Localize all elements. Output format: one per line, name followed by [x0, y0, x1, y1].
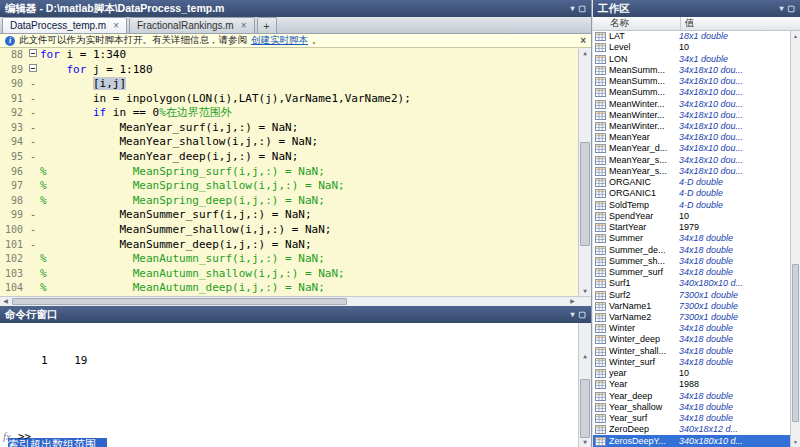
chevron-down-icon[interactable]: ▾: [570, 310, 574, 320]
workspace-variable-row[interactable]: MeanYear_s...34x18x10 dou...: [593, 155, 790, 166]
code-editor[interactable]: 88for i = 1:34089 for j = 1:18090- [i,j]…: [0, 48, 591, 296]
workspace-titlebar[interactable]: 工作区 ▾ ▢: [593, 0, 800, 17]
breakpoint-alley[interactable]: -: [26, 92, 40, 107]
workspace-variable-row[interactable]: Summer_de...34x18 double: [593, 244, 790, 255]
breakpoint-alley[interactable]: -: [26, 121, 40, 136]
column-header-value[interactable]: 值: [681, 17, 800, 30]
chevron-down-icon[interactable]: ▾: [570, 4, 574, 14]
chevron-down-icon[interactable]: ▾: [779, 4, 783, 14]
workspace-variable-row[interactable]: Summer_surf34x18 double: [593, 267, 790, 278]
workspace-variable-row[interactable]: MeanYear_d...34x18x10 dou...: [593, 143, 790, 154]
scroll-down-icon[interactable]: ▼: [791, 437, 800, 447]
breakpoint-alley[interactable]: -: [26, 223, 40, 238]
workspace-variable-row[interactable]: Winter34x18 double: [593, 323, 790, 334]
workspace-variable-row[interactable]: StartYear1979: [593, 222, 790, 233]
breakpoint-alley[interactable]: -: [26, 135, 40, 150]
code-line-93[interactable]: 93- MeanYear_surf(i,j,:) = NaN;: [0, 121, 578, 136]
code-line-95[interactable]: 95- MeanYear_deep(i,j,:) = NaN;: [0, 150, 578, 165]
workspace-variable-row[interactable]: Year_surf34x18 double: [593, 413, 790, 424]
workspace-variable-row[interactable]: ORGANIC4-D double: [593, 177, 790, 188]
workspace-variable-row[interactable]: MeanYear_s...34x18x10 dou...: [593, 166, 790, 177]
workspace-variable-row[interactable]: SoldTemp4-D double: [593, 200, 790, 211]
scroll-up-icon[interactable]: ▲: [579, 351, 591, 361]
workspace-variable-row[interactable]: Winter_deep34x18 double: [593, 334, 790, 345]
workspace-variable-row[interactable]: Winter_shall...34x18 double: [593, 346, 790, 357]
breakpoint-alley[interactable]: -: [26, 238, 40, 253]
breakpoint-alley[interactable]: [26, 165, 40, 180]
code-line-91[interactable]: 91- in = inpolygon(LON(i),LAT(j),VarName…: [0, 92, 578, 107]
workspace-variable-row[interactable]: year10: [593, 368, 790, 379]
code-line-90[interactable]: 90- [i,j]: [0, 77, 578, 92]
workspace-variable-row[interactable]: Winter_surf34x18 double: [593, 357, 790, 368]
tab-close-icon[interactable]: ×: [241, 21, 247, 31]
new-tab-button[interactable]: +: [257, 17, 277, 33]
workspace-variable-row[interactable]: Surf1340x180x10 d...: [593, 278, 790, 289]
tab-close-icon[interactable]: ×: [113, 21, 119, 31]
scroll-up-icon[interactable]: ▲: [791, 31, 800, 41]
workspace-variable-row[interactable]: VarName17300x1 double: [593, 301, 790, 312]
command-window[interactable]: 1 19 索引超出数组范围。 出错 DataProcess_temp (line…: [0, 323, 591, 447]
scroll-down-icon[interactable]: ▼: [579, 286, 591, 296]
workspace-scrollbar[interactable]: ▲▼: [790, 31, 800, 447]
workspace-variable-row[interactable]: Summer34x18 double: [593, 233, 790, 244]
fx-icon[interactable]: fx: [3, 429, 11, 443]
breakpoint-alley[interactable]: -: [26, 106, 40, 121]
editor-vertical-scrollbar[interactable]: ▲ ▼: [578, 48, 591, 296]
code-line-88[interactable]: 88for i = 1:340: [0, 48, 578, 63]
code-line-92[interactable]: 92- if in == 0%在边界范围外: [0, 106, 578, 121]
breakpoint-alley[interactable]: -: [26, 150, 40, 165]
workspace-variable-row[interactable]: MeanSumm...34x18x10 dou...: [593, 65, 790, 76]
code-line-98[interactable]: 98% MeanSpring_deep(i,j,:) = NaN;: [0, 194, 578, 209]
undock-icon[interactable]: ▢: [578, 310, 586, 320]
workspace-variable-row[interactable]: MeanWinter...34x18x10 dou...: [593, 110, 790, 121]
scroll-up-icon[interactable]: ▲: [579, 48, 591, 58]
code-line-100[interactable]: 100- MeanSummer_shallow(i,j,:) = NaN;: [0, 223, 578, 238]
workspace-variable-row[interactable]: Year_deep34x18 double: [593, 391, 790, 402]
workspace-variable-row[interactable]: ZerosDeepY...340x180x10 d...: [593, 435, 790, 446]
scrollbar-thumb[interactable]: [580, 142, 590, 246]
breakpoint-alley[interactable]: -: [26, 208, 40, 223]
workspace-variable-row[interactable]: SpendYear10: [593, 211, 790, 222]
code-fold-icon[interactable]: [26, 63, 40, 78]
workspace-variable-row[interactable]: ORGANIC14-D double: [593, 188, 790, 199]
breakpoint-alley[interactable]: [26, 179, 40, 194]
code-line-102[interactable]: 102% MeanAutumn_surf(i,j,:) = NaN;: [0, 252, 578, 267]
code-line-89[interactable]: 89 for j = 1:180: [0, 63, 578, 78]
column-header-name[interactable]: 名称: [593, 17, 681, 30]
code-fold-icon[interactable]: [26, 48, 40, 63]
code-line-104[interactable]: 104% MeanAutumn_deep(i,j,:) = NaN;: [0, 281, 578, 296]
editor-tab-2[interactable]: FractionalRankings.m×: [129, 17, 255, 33]
breakpoint-alley[interactable]: [26, 252, 40, 267]
workspace-variable-row[interactable]: MeanSumm...34x18x10 dou...: [593, 76, 790, 87]
workspace-variable-row[interactable]: MeanSumm...34x18x10 dou...: [593, 87, 790, 98]
workspace-variable-row[interactable]: MeanWinter...34x18x10 dou...: [593, 98, 790, 109]
workspace-variable-row[interactable]: ZeroDeep340x18x12 d...: [593, 424, 790, 435]
undock-icon[interactable]: ▢: [787, 4, 795, 14]
editor-horizontal-scrollbar[interactable]: ◀ ▶: [0, 296, 591, 306]
code-line-99[interactable]: 99- MeanSummer_surf(i,j,:) = NaN;: [0, 208, 578, 223]
workspace-variable-row[interactable]: LAT18x1 double: [593, 31, 790, 42]
code-line-97[interactable]: 97% MeanSpring_shallow(i,j,:) = NaN;: [0, 179, 578, 194]
code-line-103[interactable]: 103% MeanAutumn_shallow(i,j,:) = NaN;: [0, 267, 578, 282]
scrollbar-thumb[interactable]: [580, 379, 590, 439]
workspace-variable-row[interactable]: Surf27300x1 double: [593, 289, 790, 300]
command-window-titlebar[interactable]: 命令行窗口 ▾ ▢: [0, 306, 591, 323]
close-icon[interactable]: ×: [580, 35, 586, 46]
breakpoint-alley[interactable]: [26, 267, 40, 282]
editor-tab-1[interactable]: DataProcess_temp.m×: [2, 17, 127, 33]
breakpoint-alley[interactable]: [26, 194, 40, 209]
scroll-left-icon[interactable]: ◀: [0, 297, 11, 306]
scroll-down-icon[interactable]: ▼: [579, 437, 591, 447]
scroll-right-icon[interactable]: ▶: [567, 297, 578, 306]
workspace-variable-row[interactable]: Year1988: [593, 379, 790, 390]
workspace-variable-row[interactable]: LON34x1 double: [593, 53, 790, 64]
code-line-94[interactable]: 94- MeanYear_shallow(i,j,:) = NaN;: [0, 135, 578, 150]
command-window-scrollbar[interactable]: ▲ ▼: [578, 323, 591, 447]
workspace-variable-row[interactable]: Summer_sh...34x18 double: [593, 256, 790, 267]
workspace-variable-row[interactable]: MeanWinter...34x18x10 dou...: [593, 121, 790, 132]
undock-icon[interactable]: ▢: [578, 4, 586, 14]
breakpoint-alley[interactable]: -: [26, 77, 40, 92]
code-line-96[interactable]: 96% MeanSpring_surf(i,j,:) = NaN;: [0, 165, 578, 180]
workspace-variable-row[interactable]: Level10: [593, 42, 790, 53]
workspace-variable-row[interactable]: MeanYear34x18x10 dou...: [593, 132, 790, 143]
